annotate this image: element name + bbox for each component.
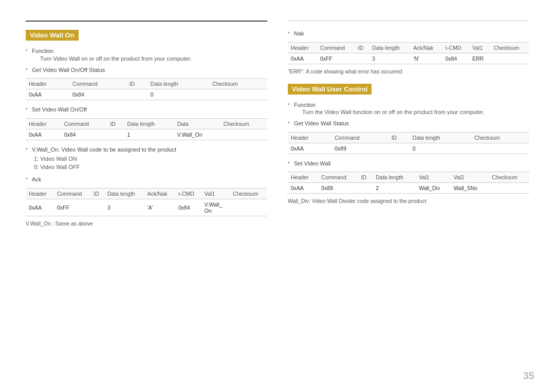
- th-checksum: Checksum: [491, 42, 529, 53]
- td-val1: V.Wall_On: [201, 199, 230, 216]
- r-set-label-item: • Set Video Wall: [288, 159, 529, 168]
- top-divider-left: [26, 21, 267, 22]
- table-set-wrapper: Header Command ID Data length Data Check…: [26, 118, 267, 140]
- page-number: 35: [523, 370, 534, 382]
- th-data-length: Data length: [369, 42, 410, 53]
- td-checksum: [230, 199, 267, 216]
- th-r-cmd: r-CMD: [442, 42, 469, 53]
- note2: 1: Video Wall ON: [34, 156, 267, 162]
- right-section-title: Video Wall User Control: [288, 84, 372, 95]
- function-label: Function: [32, 47, 192, 55]
- th-data-length: Data length: [410, 132, 471, 143]
- th-data-length: Data length: [124, 118, 174, 129]
- th-command: Command: [69, 79, 126, 89]
- table-row: 0xAA 0xFF 3 'N' 0x84 ERR: [288, 53, 529, 64]
- note1-item: • V.Wall_On: Video Wall code to be assig…: [26, 145, 267, 154]
- bullet-dot-5: •: [26, 176, 32, 181]
- th-ack-nak: Ack/Nak: [410, 42, 442, 53]
- note1: V.Wall_On: Video Wall code to be assigne…: [32, 145, 267, 154]
- td-data-length: 2: [373, 183, 416, 194]
- r-set-label: Set Video Wall: [294, 159, 529, 168]
- td-r-cmd: 0x84: [175, 199, 201, 216]
- th-id: ID: [355, 42, 369, 53]
- table-r-set-wrapper: Header Command ID Data length Val1 Val2 …: [288, 172, 529, 194]
- table-r-get: Header Command ID Data length Checksum 0…: [288, 132, 529, 154]
- bullet-dot-r2: •: [288, 101, 294, 107]
- td-command: 0xFF: [317, 53, 355, 64]
- td-header: 0xAA: [288, 183, 318, 194]
- th-checksum: Checksum: [209, 79, 267, 89]
- td-data: V.Wall_On: [174, 129, 220, 140]
- th-r-cmd: r-CMD: [175, 188, 201, 199]
- th-checksum: Checksum: [230, 188, 267, 199]
- td-command: 0xFF: [54, 199, 90, 216]
- td-data-length: 3: [369, 53, 410, 64]
- bullet-dot-r3: •: [288, 120, 294, 125]
- th-command: Command: [331, 132, 388, 143]
- td-command: 0x89: [318, 183, 358, 194]
- th-data-length: Data length: [147, 79, 209, 89]
- table-row: 0xAA 0x84 1 V.Wall_On: [26, 129, 267, 140]
- r-function-desc: Turn the Video Wall function on or off o…: [302, 109, 485, 115]
- left-section-title: Video Wall On: [26, 30, 79, 41]
- td-checksum: [209, 89, 267, 100]
- table-row: 0xAA 0xFF 3 'A' 0x84 V.Wall_On: [26, 199, 267, 216]
- th-val1: Val1: [201, 188, 230, 199]
- r-function-label: Function: [294, 101, 485, 109]
- get-status-item: • Get Video Wall On/Off Status: [26, 66, 267, 74]
- th-checksum: Checksum: [220, 118, 267, 129]
- left-column: Video Wall On • Function Turn Video Wall…: [26, 21, 267, 371]
- td-data-length: 0: [147, 89, 209, 100]
- td-id: [358, 183, 373, 194]
- td-val2: Wall_SNo: [451, 183, 489, 194]
- th-id: ID: [126, 79, 147, 89]
- th-val1: Val1: [416, 172, 451, 183]
- th-checksum: Checksum: [471, 132, 529, 143]
- td-header: 0xAA: [288, 143, 331, 154]
- th-id: ID: [388, 132, 410, 143]
- table-get: Header Command ID Data length Checksum 0…: [26, 78, 267, 100]
- td-ack-nak: 'A': [144, 199, 175, 216]
- th-header: Header: [288, 172, 318, 183]
- th-id: ID: [107, 118, 124, 129]
- th-data-length: Data length: [373, 172, 416, 183]
- ack-label-item: • Ack: [26, 175, 267, 184]
- td-val1: Wall_Div: [416, 183, 451, 194]
- bullet-dot-3: •: [26, 106, 32, 111]
- td-checksum: [489, 183, 529, 194]
- td-command: 0x84: [69, 89, 126, 100]
- th-val1: Val1: [469, 42, 491, 53]
- th-header: Header: [26, 188, 54, 199]
- table-nak-wrapper: Header Command ID Data length Ack/Nak r-…: [288, 42, 529, 64]
- table-get-wrapper: Header Command ID Data length Checksum 0…: [26, 78, 267, 100]
- td-id: [355, 53, 369, 64]
- th-ack-nak: Ack/Nak: [144, 188, 175, 199]
- ack-label: Ack: [32, 175, 267, 184]
- table-row: 0xAA 0x84 0: [26, 89, 267, 100]
- table-row: 0xAA 0x89 0: [288, 143, 529, 154]
- td-val1: ERR: [469, 53, 491, 64]
- th-command: Command: [317, 42, 355, 53]
- note3: 0: Video Wall OFF: [34, 164, 267, 170]
- nak-label-item: • Nak: [288, 29, 529, 38]
- th-checksum: Checksum: [489, 172, 529, 183]
- td-header: 0xAA: [26, 89, 69, 100]
- td-data-length: 3: [104, 199, 144, 216]
- th-header: Header: [26, 79, 69, 89]
- table-set: Header Command ID Data length Data Check…: [26, 118, 267, 140]
- td-header: 0xAA: [288, 53, 317, 64]
- bullet-dot-1: •: [26, 47, 32, 53]
- td-checksum: [471, 143, 529, 154]
- right-column: • Nak Header Command ID Data length Ack/…: [288, 21, 529, 371]
- td-id: [126, 89, 147, 100]
- bottom-note: V.Wall_On : Same as above: [26, 220, 267, 227]
- r-bottom-note: Wall_Div: Video Wall Divider code assign…: [288, 198, 529, 204]
- th-data-length: Data length: [104, 188, 144, 199]
- table-ack-wrapper: Header Command ID Data length Ack/Nak r-…: [26, 188, 267, 216]
- td-command: 0x89: [331, 143, 388, 154]
- td-checksum: [491, 53, 529, 64]
- table-nak: Header Command ID Data length Ack/Nak r-…: [288, 42, 529, 64]
- function-desc: Turn Video Wall on or off on the product…: [40, 55, 192, 62]
- th-command: Command: [318, 172, 358, 183]
- th-header: Header: [26, 118, 61, 129]
